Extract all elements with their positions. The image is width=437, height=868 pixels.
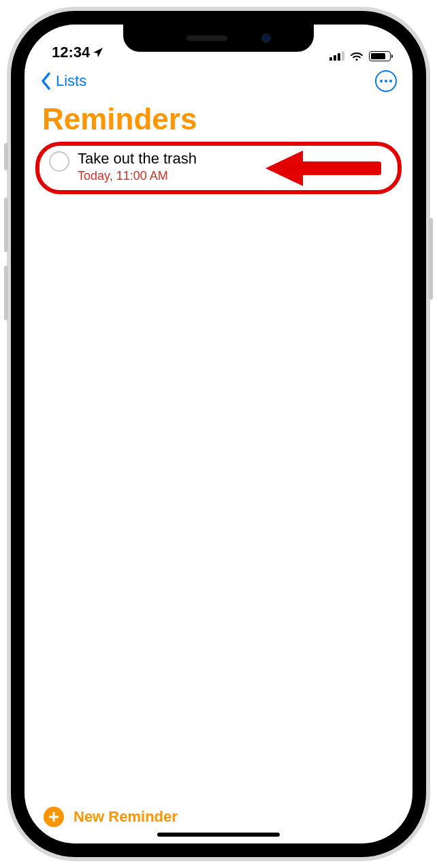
battery-icon: [369, 51, 391, 61]
back-button[interactable]: Lists: [39, 71, 86, 91]
new-reminder-button[interactable]: New Reminder: [44, 807, 178, 827]
page-title: Reminders: [25, 98, 412, 142]
location-icon: [93, 47, 103, 58]
silence-switch: [4, 143, 8, 170]
status-right: [329, 50, 391, 61]
annotation-highlight: Take out the trash Today, 11:00 AM: [35, 142, 402, 194]
reminder-due: Today, 11:00 AM: [78, 169, 197, 183]
annotation-arrow-icon: [265, 148, 381, 189]
chevron-left-icon: [39, 71, 53, 91]
reminder-checkbox[interactable]: [49, 151, 69, 172]
status-time: 12:34: [52, 44, 90, 61]
back-label: Lists: [56, 72, 86, 90]
svg-point-2: [380, 80, 383, 82]
cellular-icon: [329, 51, 344, 61]
device-frame: 12:34: [7, 7, 430, 861]
nav-bar: Lists: [25, 64, 412, 98]
device-bezel: 12:34: [11, 11, 426, 857]
power-button: [429, 218, 433, 300]
notch: [123, 25, 314, 52]
svg-point-0: [356, 59, 358, 61]
more-button[interactable]: [374, 69, 398, 93]
svg-point-3: [385, 80, 387, 82]
reminder-title: Take out the trash: [78, 150, 197, 168]
front-camera: [261, 33, 271, 43]
new-reminder-label: New Reminder: [74, 808, 178, 826]
plus-circle-icon: [44, 807, 64, 827]
volume-up-button: [4, 198, 8, 252]
status-left: 12:34: [52, 44, 103, 61]
home-indicator[interactable]: [157, 833, 280, 837]
content-area: Take out the trash Today, 11:00 AM: [25, 142, 412, 800]
wifi-icon: [349, 50, 364, 61]
reminder-text-wrap: Take out the trash Today, 11:00 AM: [78, 150, 197, 183]
volume-down-button: [4, 266, 8, 320]
footer: New Reminder: [25, 800, 412, 843]
screen: 12:34: [25, 25, 412, 843]
svg-point-4: [389, 80, 392, 82]
speaker: [187, 35, 227, 41]
